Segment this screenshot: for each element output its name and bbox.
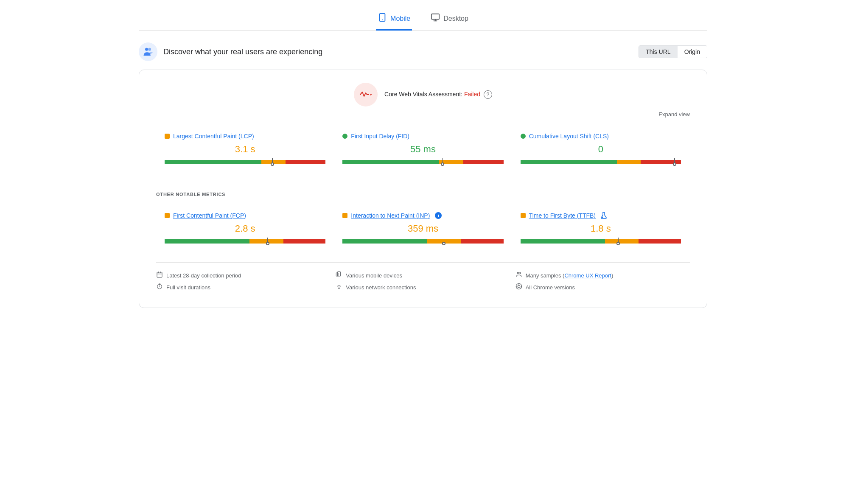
- calendar-icon: [156, 271, 163, 280]
- fcp-label: First Contentful Paint (FCP): [165, 212, 325, 219]
- network-icon: [336, 283, 342, 291]
- tab-desktop[interactable]: Desktop: [429, 8, 470, 31]
- core-metrics-grid: Largest Contentful Paint (LCP) 3.1 s: [156, 126, 690, 173]
- svg-rect-2: [431, 14, 439, 20]
- fid-label: First Input Delay (FID): [342, 133, 503, 140]
- assessment-header: Core Web Vitals Assessment: Failed ?: [156, 83, 690, 106]
- ttfb-name[interactable]: Time to First Byte (TTFB): [529, 212, 596, 219]
- footer-col2: Various mobile devices Various network c…: [336, 271, 510, 295]
- assessment-label: Core Web Vitals Assessment:: [384, 91, 462, 98]
- other-metrics-label: OTHER NOTABLE METRICS: [156, 192, 690, 197]
- url-origin-toggle: This URL Origin: [639, 45, 707, 58]
- ttfb-lab-icon: [601, 212, 607, 219]
- tab-mobile[interactable]: Mobile: [376, 8, 412, 31]
- metric-ttfb: Time to First Byte (TTFB) 1.8 s: [512, 205, 690, 252]
- footer-mobile-devices: Various mobile devices: [336, 271, 510, 280]
- footer-col1: Latest 28-day collection period Full vis…: [156, 271, 331, 295]
- timer-icon: [156, 283, 163, 291]
- cls-status-dot: [521, 134, 526, 139]
- fid-name[interactable]: First Input Delay (FID): [351, 133, 409, 140]
- lcp-value: 3.1 s: [165, 144, 325, 155]
- page-title: Discover what your real users are experi…: [163, 48, 322, 56]
- lcp-label: Largest Contentful Paint (LCP): [165, 133, 325, 140]
- expand-view: Expand view: [156, 111, 690, 118]
- fcp-value: 2.8 s: [165, 223, 325, 234]
- cls-value: 0: [521, 144, 681, 155]
- svg-point-9: [602, 217, 603, 218]
- footer-info: Latest 28-day collection period Full vis…: [156, 262, 690, 295]
- inp-name[interactable]: Interaction to Next Paint (INP): [351, 212, 430, 219]
- footer-visit-durations: Full visit durations: [156, 283, 331, 291]
- avatar: [139, 42, 157, 61]
- tab-desktop-label: Desktop: [443, 15, 468, 22]
- footer-col3: Many samples (Chrome UX Report) All Chro…: [515, 271, 690, 295]
- svg-point-23: [518, 285, 520, 287]
- mobile-devices-icon: [336, 271, 342, 280]
- fid-status-dot: [342, 134, 347, 139]
- metric-fcp: First Contentful Paint (FCP) 2.8 s: [156, 205, 334, 252]
- metric-fid: First Input Delay (FID) 55 ms: [334, 126, 512, 173]
- lcp-name[interactable]: Largest Contentful Paint (LCP): [173, 133, 254, 140]
- mobile-icon: [378, 13, 387, 24]
- footer-visit-text: Full visit durations: [166, 284, 210, 291]
- other-metrics-grid: First Contentful Paint (FCP) 2.8 s: [156, 205, 690, 252]
- svg-rect-18: [336, 273, 339, 276]
- svg-point-6: [148, 48, 151, 51]
- header-left: Discover what your real users are experi…: [139, 42, 322, 61]
- footer-devices-text: Various mobile devices: [346, 272, 402, 279]
- metric-cls: Cumulative Layout Shift (CLS) 0: [512, 126, 690, 173]
- tab-mobile-label: Mobile: [390, 15, 410, 22]
- assessment-status: Failed: [464, 91, 480, 98]
- samples-icon: [515, 271, 522, 280]
- help-icon[interactable]: ?: [484, 90, 492, 99]
- inp-bar: [342, 239, 503, 244]
- section-divider: [156, 183, 690, 183]
- cls-label: Cumulative Layout Shift (CLS): [521, 133, 681, 140]
- footer-collection-text: Latest 28-day collection period: [166, 272, 241, 279]
- footer-collection-period: Latest 28-day collection period: [156, 271, 331, 280]
- footer-chrome-versions: All Chrome versions: [515, 283, 690, 291]
- fcp-bar: [165, 239, 325, 244]
- svg-rect-10: [157, 272, 162, 277]
- tab-bar: Mobile Desktop: [139, 8, 707, 31]
- main-card: Core Web Vitals Assessment: Failed ? Exp…: [139, 70, 707, 308]
- lcp-status-dot: [165, 134, 170, 139]
- inp-label: Interaction to Next Paint (INP) i: [342, 212, 503, 219]
- footer-samples-text: Many samples (Chrome UX Report): [526, 272, 613, 279]
- fcp-name[interactable]: First Contentful Paint (FCP): [173, 212, 246, 219]
- ttfb-value: 1.8 s: [521, 223, 681, 234]
- origin-button[interactable]: Origin: [678, 46, 707, 58]
- assessment-icon: [354, 83, 378, 106]
- svg-point-5: [145, 48, 148, 51]
- inp-value: 359 ms: [342, 223, 503, 234]
- inp-status-dot: [342, 213, 347, 218]
- svg-point-21: [519, 272, 521, 274]
- header-section: Discover what your real users are experi…: [139, 42, 707, 61]
- metric-inp: Interaction to Next Paint (INP) i 359 ms: [334, 205, 512, 252]
- fid-bar: [342, 160, 503, 164]
- expand-view-link[interactable]: Expand view: [658, 111, 690, 118]
- footer-samples: Many samples (Chrome UX Report): [515, 271, 690, 280]
- this-url-button[interactable]: This URL: [639, 46, 677, 58]
- footer-network: Various network connections: [336, 283, 510, 291]
- assessment-text: Core Web Vitals Assessment: Failed ?: [384, 90, 492, 99]
- ttfb-label: Time to First Byte (TTFB): [521, 212, 681, 219]
- svg-marker-7: [370, 94, 372, 95]
- desktop-icon: [431, 13, 440, 24]
- footer-network-text: Various network connections: [346, 284, 416, 291]
- ttfb-bar: [521, 239, 681, 244]
- cls-bar: [521, 160, 681, 164]
- cls-name[interactable]: Cumulative Layout Shift (CLS): [529, 133, 609, 140]
- chrome-ux-report-link[interactable]: Chrome UX Report: [564, 272, 611, 279]
- inp-info-icon[interactable]: i: [435, 212, 442, 219]
- chrome-icon: [515, 283, 522, 291]
- svg-point-19: [339, 288, 339, 289]
- metric-lcp: Largest Contentful Paint (LCP) 3.1 s: [156, 126, 334, 173]
- ttfb-status-dot: [521, 213, 526, 218]
- fcp-status-dot: [165, 213, 170, 218]
- fid-value: 55 ms: [342, 144, 503, 155]
- lcp-bar: [165, 160, 325, 164]
- footer-chrome-text: All Chrome versions: [526, 284, 575, 291]
